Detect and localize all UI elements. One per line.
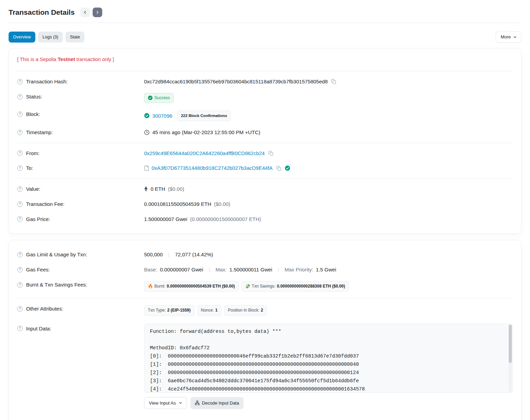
transaction-fee-label-group: ? Transaction Fee: bbox=[17, 200, 144, 208]
to-value-group: 0xA3f07D6773514480b918C2742b027b3acD9E44… bbox=[144, 164, 513, 172]
other-attributes-value-group: Txn Type: 2 (EIP-1559) Nonce: 1 Position… bbox=[144, 305, 513, 316]
divider bbox=[17, 143, 513, 143]
to-label-group: ? To: bbox=[17, 164, 144, 172]
timestamp-label: Timestamp: bbox=[26, 129, 53, 136]
gas-price-row: ? Gas Price: 1.500000007 Gwei (0.0000000… bbox=[17, 212, 513, 227]
decode-input-data-button[interactable]: Decode Input Data bbox=[190, 397, 244, 409]
max-priority-fee-value: 1.5 Gwei bbox=[316, 266, 336, 273]
input-data-label-group: ? Input Data: bbox=[17, 324, 144, 332]
gas-limit-value-group: 500,000 | 72,077 (14.42%) bbox=[144, 251, 513, 258]
copy-icon bbox=[331, 79, 336, 84]
block-label: Block: bbox=[26, 110, 40, 118]
gas-limit-value: 500,000 bbox=[144, 251, 163, 258]
to-row: ? To: 0xA3f07D6773514480b918C2742b027b3a… bbox=[17, 161, 513, 176]
page-title: Transaction Details bbox=[9, 8, 75, 16]
page-header: Transaction Details bbox=[9, 4, 521, 23]
fire-icon: 🔥 bbox=[148, 283, 153, 289]
nonce-badge: Nonce: 1 bbox=[197, 305, 222, 316]
copy-icon bbox=[268, 151, 273, 156]
divider bbox=[17, 178, 513, 179]
verified-check-icon bbox=[285, 165, 290, 171]
help-icon: ? bbox=[17, 326, 23, 331]
input-data-value-group: Function: forward(address to,bytes data)… bbox=[144, 324, 513, 409]
copy-icon bbox=[276, 166, 281, 171]
contract-file-icon bbox=[144, 165, 149, 171]
input-data-label: Input Data: bbox=[26, 325, 51, 332]
gas-price-value-group: 1.500000007 Gwei (0.000000001500000007 E… bbox=[144, 215, 513, 223]
help-icon: ? bbox=[17, 94, 23, 100]
chevron-down-icon bbox=[179, 401, 182, 405]
from-label: From: bbox=[26, 150, 39, 157]
timestamp-label-group: ? Timestamp: bbox=[17, 129, 144, 136]
separator: | bbox=[206, 266, 213, 273]
help-icon: ? bbox=[17, 252, 23, 257]
to-address-link[interactable]: 0xA3f07D6773514480b918C2742b027b3acD9E44… bbox=[152, 164, 273, 172]
help-icon: ? bbox=[17, 186, 23, 192]
transaction-hash-value-group: 0xc72d984ccac6190b5f135576eb97b03604bc81… bbox=[144, 78, 513, 85]
copy-to-address-button[interactable] bbox=[275, 165, 282, 172]
burnt-fees-value-group: 🔥 Burnt: 0.000000000000504539 ETH ($0.00… bbox=[144, 281, 513, 292]
transaction-fee-label: Transaction Fee: bbox=[26, 200, 64, 208]
transaction-fee-value-group: 0.000108115500504539 ETH ($0.00) bbox=[144, 200, 513, 208]
status-value-group: Success bbox=[144, 93, 513, 103]
copy-transaction-hash-button[interactable] bbox=[330, 78, 337, 85]
block-number-link[interactable]: 3007096 bbox=[152, 112, 172, 120]
transaction-hash-row: ? Transaction Hash: 0xc72d984ccac6190b5f… bbox=[17, 74, 513, 89]
status-badge-label: Success bbox=[154, 95, 170, 101]
from-row: ? From: 0x259c49E65644a020C2A642260a4ffB… bbox=[17, 146, 513, 161]
decode-icon bbox=[195, 400, 200, 405]
other-attributes-label-group: ? Other Attributes: bbox=[17, 305, 144, 313]
transaction-fee-row: ? Transaction Fee: 0.000108115500504539 … bbox=[17, 197, 513, 212]
from-address-link[interactable]: 0x259c49E65644a020C2A642260a4ffB0CD862cb… bbox=[144, 150, 265, 157]
to-label: To: bbox=[26, 164, 33, 172]
nonce-label: Nonce: bbox=[201, 307, 214, 313]
check-circle-icon bbox=[148, 95, 153, 100]
gas-limit-label: Gas Limit & Usage by Txn: bbox=[26, 251, 87, 258]
tab-logs[interactable]: Logs (3) bbox=[38, 32, 63, 43]
gas-price-label-group: ? Gas Price: bbox=[17, 215, 144, 223]
input-data-content: Function: forward(address to,bytes data)… bbox=[150, 327, 504, 393]
max-fee-label: Max: bbox=[215, 266, 227, 273]
input-data-box[interactable]: Function: forward(address to,bytes data)… bbox=[144, 324, 513, 393]
help-icon: ? bbox=[17, 306, 23, 312]
position-in-block-badge: Position In Block: 2 bbox=[224, 305, 267, 316]
value-row: ? Value: 0 ETH ($0.00) bbox=[17, 182, 513, 197]
gas-usage-value: 72,077 (14.42%) bbox=[175, 251, 213, 258]
gas-price-amount: 1.500000007 Gwei bbox=[144, 215, 187, 223]
gas-fees-value-group: Base: 0.000000007 Gwei | Max: 1.50000001… bbox=[144, 266, 513, 273]
divider bbox=[17, 298, 513, 299]
status-badge: Success bbox=[144, 93, 174, 103]
chevron-right-icon bbox=[95, 10, 99, 14]
view-input-as-label: View Input As bbox=[149, 400, 176, 406]
decode-input-data-label: Decode Input Data bbox=[202, 400, 239, 406]
copy-from-address-button[interactable] bbox=[268, 150, 274, 156]
divider bbox=[17, 71, 513, 71]
tab-state[interactable]: State bbox=[66, 32, 84, 43]
prev-transaction-button[interactable] bbox=[80, 8, 90, 17]
timestamp-value: 45 mins ago (Mar-02-2023 12:55:00 PM +UT… bbox=[152, 129, 260, 136]
view-input-as-button[interactable]: View Input As bbox=[144, 397, 187, 409]
tab-overview[interactable]: Overview bbox=[9, 32, 35, 43]
value-amount: 0 ETH bbox=[151, 185, 165, 193]
next-transaction-button[interactable] bbox=[93, 8, 102, 17]
more-button[interactable]: More bbox=[496, 31, 521, 43]
txn-type-label: Txn Type: bbox=[148, 307, 166, 313]
from-value-group: 0x259c49E65644a020C2A642260a4ffB0CD862cb… bbox=[144, 150, 513, 157]
gas-fees-row: ? Gas Fees: Base: 0.000000007 Gwei | Max… bbox=[17, 262, 513, 277]
input-data-row: ? Input Data: Function: forward(address … bbox=[17, 320, 513, 413]
chevron-down-icon bbox=[513, 35, 517, 39]
transaction-fee-amount: 0.000108115500504539 ETH bbox=[144, 200, 211, 208]
check-circle-icon bbox=[144, 113, 150, 118]
value-usd: ($0.00) bbox=[168, 185, 185, 193]
burnt-badge-value: 0.000000000000504539 ETH ($0.00) bbox=[167, 283, 235, 289]
timestamp-row: ? Timestamp: 45 mins ago (Mar-02-2023 12… bbox=[17, 125, 513, 140]
help-icon: ? bbox=[17, 112, 23, 117]
scrollbar-thumb[interactable] bbox=[509, 325, 512, 363]
gas-limit-label-group: ? Gas Limit & Usage by Txn: bbox=[17, 251, 144, 258]
transaction-hash-label: Transaction Hash: bbox=[26, 78, 68, 85]
help-icon: ? bbox=[17, 150, 23, 156]
eth-icon bbox=[144, 186, 148, 192]
other-attributes-label: Other Attributes: bbox=[26, 305, 63, 313]
txn-savings-badge-value: 0.000000000000288308 ETH ($0.00) bbox=[277, 283, 345, 289]
help-icon: ? bbox=[17, 216, 23, 222]
